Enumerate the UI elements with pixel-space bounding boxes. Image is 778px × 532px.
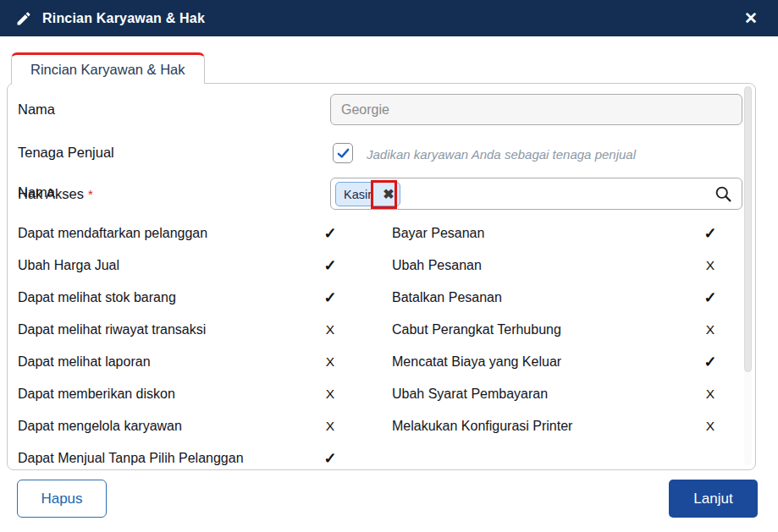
modal-title: Rincian Karyawan & Hak bbox=[42, 11, 205, 26]
tenaga-penjual-hint: Jadikan karyawan Anda sebagai tenaga pen… bbox=[367, 147, 636, 162]
permission-mark[interactable]: ✓ bbox=[312, 224, 348, 243]
hak-akses-label: Hak Akses* bbox=[18, 186, 93, 202]
tab-rincian-karyawan[interactable]: Rincian Karyawan & Hak bbox=[11, 52, 205, 84]
permission-label: Dapat Menjual Tanpa Pilih Pelanggan bbox=[18, 451, 312, 466]
permission-label: Dapat mengelola karyawan bbox=[18, 419, 312, 434]
permission-mark[interactable]: ✓ bbox=[312, 288, 348, 307]
scrollbar-thumb[interactable] bbox=[744, 86, 752, 372]
search-icon bbox=[715, 185, 732, 203]
permission-label: Dapat melihat riwayat transaksi bbox=[18, 322, 312, 337]
permissions-grid: Dapat mendaftarkan pelanggan✓Bayar Pesan… bbox=[8, 217, 756, 470]
permission-mark[interactable]: X bbox=[312, 387, 348, 402]
permission-mark[interactable]: X bbox=[692, 258, 728, 273]
permission-mark[interactable]: X bbox=[692, 387, 728, 402]
permission-label: Dapat melihat stok barang bbox=[18, 290, 312, 305]
kasir-tag: Kasir ✖ bbox=[335, 182, 400, 206]
permission-mark[interactable]: ✓ bbox=[312, 449, 348, 468]
permission-label: Bayar Pesanan bbox=[392, 226, 692, 241]
permission-label: Melakukan Konfigurasi Printer bbox=[392, 419, 692, 434]
permission-row: Dapat melihat laporanXMencatat Biaya yan… bbox=[8, 346, 756, 378]
permission-mark[interactable]: ✓ bbox=[692, 353, 728, 371]
edit-pencil-icon bbox=[15, 9, 34, 28]
hapus-button[interactable]: Hapus bbox=[17, 480, 107, 518]
required-asterisk: * bbox=[88, 187, 93, 201]
permission-label: Mencatat Biaya yang Keluar bbox=[392, 354, 692, 370]
permission-mark[interactable]: ✓ bbox=[692, 288, 728, 307]
remove-tag-icon[interactable]: ✖ bbox=[378, 186, 400, 202]
employee-rights-modal: Rincian Karyawan & Hak ✕ Rincian Karyawa… bbox=[0, 0, 778, 532]
permission-row: Dapat mengelola karyawanXMelakukan Konfi… bbox=[8, 410, 756, 442]
permission-mark[interactable]: X bbox=[692, 419, 728, 434]
permission-row: Dapat melihat stok barang✓Batalkan Pesan… bbox=[8, 282, 756, 314]
permission-label: Dapat mendaftarkan pelanggan bbox=[18, 226, 312, 241]
permission-label: Dapat memberikan diskon bbox=[18, 387, 312, 402]
permission-mark[interactable]: ✓ bbox=[692, 224, 728, 243]
permission-mark[interactable]: X bbox=[312, 419, 348, 434]
permission-label: Batalkan Pesanan bbox=[392, 290, 692, 305]
lanjut-button[interactable]: Lanjut bbox=[669, 480, 758, 518]
permission-row: Dapat mendaftarkan pelanggan✓Bayar Pesan… bbox=[8, 217, 756, 250]
permission-label: Ubah Syarat Pembayaran bbox=[392, 387, 692, 402]
permission-row: Dapat melihat riwayat transaksiXCabut Pe… bbox=[8, 314, 756, 346]
permission-label: Cabut Perangkat Terhubung bbox=[392, 322, 692, 337]
tenaga-penjual-checkbox[interactable] bbox=[333, 143, 353, 163]
permission-label: Ubah Harga Jual bbox=[18, 258, 312, 273]
permission-label: Ubah Pesanan bbox=[392, 258, 692, 273]
nama-field-label: Nama bbox=[18, 101, 55, 118]
form-panel: Nama Tenaga Penjual Nama Jadikan karyawa… bbox=[7, 83, 756, 470]
tenaga-penjual-label: Tenaga Penjual bbox=[18, 145, 114, 161]
permission-mark[interactable]: X bbox=[312, 354, 348, 370]
modal-header: Rincian Karyawan & Hak ✕ bbox=[0, 0, 778, 36]
checkmark-icon bbox=[336, 146, 350, 161]
nama-input[interactable] bbox=[330, 94, 742, 125]
permission-row: Dapat Menjual Tanpa Pilih Pelanggan✓ bbox=[8, 442, 756, 470]
close-icon[interactable]: ✕ bbox=[737, 7, 764, 30]
permission-label: Dapat melihat laporan bbox=[18, 354, 312, 370]
kasir-tag-label: Kasir bbox=[336, 188, 378, 201]
permission-mark[interactable]: ✓ bbox=[312, 256, 348, 275]
permission-mark[interactable]: X bbox=[312, 322, 348, 337]
permission-row: Dapat memberikan diskonXUbah Syarat Pemb… bbox=[8, 378, 756, 410]
permission-mark[interactable]: X bbox=[692, 322, 728, 337]
tab-label: Rincian Karyawan & Hak bbox=[30, 62, 185, 78]
hak-akses-input[interactable]: Kasir ✖ bbox=[330, 178, 742, 210]
panel-scrollbar[interactable] bbox=[744, 86, 752, 465]
permission-row: Ubah Harga Jual✓Ubah PesananX bbox=[8, 250, 756, 282]
